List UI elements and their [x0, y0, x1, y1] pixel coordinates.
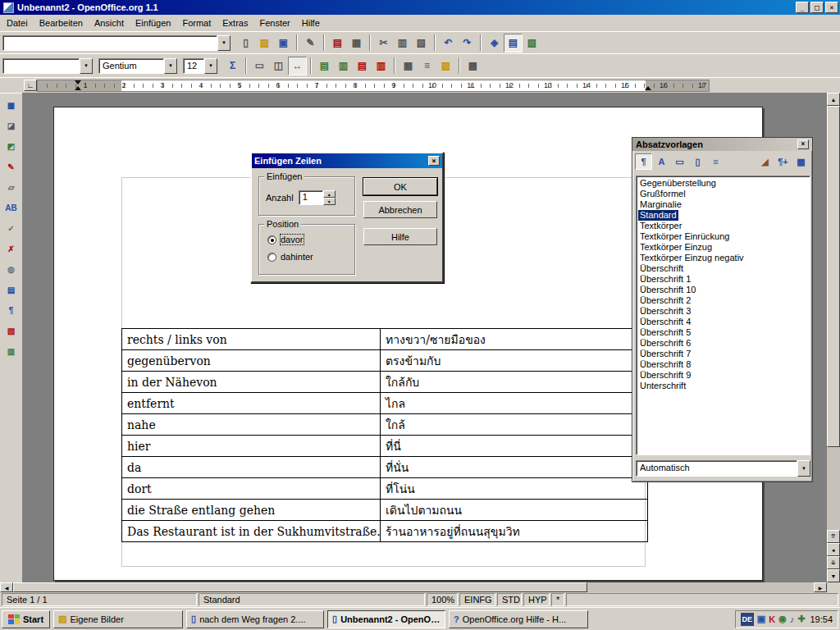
style-filter-combobox[interactable]: Automatisch ▼	[636, 460, 810, 477]
character-styles-icon[interactable]: A	[653, 153, 670, 170]
table-cell-german[interactable]: nahe	[122, 414, 381, 436]
new-style-icon[interactable]: ¶+	[774, 153, 792, 170]
table-cell-thai[interactable]: เดินไปตามถนน	[381, 500, 648, 521]
help-button[interactable]: Hilfe	[363, 228, 437, 245]
menu-bearbeiten[interactable]: Bearbeiten	[34, 16, 89, 30]
scroll-left-icon[interactable]: ◀	[0, 582, 13, 592]
export-pdf-icon[interactable]: ▤	[328, 34, 347, 52]
table-cell-german[interactable]: dort	[122, 478, 381, 500]
tray-scheduler-icon[interactable]: ✚	[797, 614, 805, 624]
left-indent-marker[interactable]	[75, 86, 81, 90]
gallery-icon[interactable]: ▧	[523, 34, 541, 52]
paste-icon[interactable]: ▧	[412, 34, 431, 52]
start-button[interactable]: Start	[2, 610, 50, 628]
style-item[interactable]: Überschrift 1	[638, 274, 692, 285]
ok-button[interactable]: OK	[363, 178, 437, 195]
stylist-window[interactable]: Absatzvorlagen × ¶A▭▯≡◢¶+▦ Gegenüberstel…	[632, 137, 813, 482]
radio-before[interactable]: davor	[267, 235, 304, 244]
minimize-button[interactable]: _	[796, 2, 809, 13]
table-cell-thai[interactable]: ตรงข้ามกับ	[381, 350, 648, 372]
menu-ansicht[interactable]: Ansicht	[89, 16, 130, 30]
style-item[interactable]: Textkörper Einzug negativ	[638, 253, 746, 263]
undo-icon[interactable]: ↶	[439, 34, 458, 52]
spin-up-icon[interactable]: ▲	[323, 190, 336, 198]
style-item[interactable]: Marginalie	[638, 199, 683, 210]
table-properties-icon[interactable]: ▩	[463, 57, 482, 75]
close-button[interactable]: ×	[825, 2, 838, 13]
edit-file-icon[interactable]: ✎	[301, 34, 320, 52]
style-item[interactable]: Standard	[638, 210, 678, 221]
menu-format[interactable]: Format	[176, 16, 217, 30]
style-item[interactable]: Überschrift 10	[638, 285, 697, 295]
horizontal-scroll-thumb[interactable]	[13, 582, 587, 592]
first-line-indent-marker[interactable]	[75, 80, 81, 84]
split-cells-icon[interactable]: ◫	[269, 57, 288, 75]
table-cell-german[interactable]: rechts / links von	[122, 329, 381, 350]
cut-icon[interactable]: ✂	[374, 34, 393, 52]
titlebar[interactable]: Unbenannt2 - OpenOffice.org 1.1 _ □ ×	[0, 0, 840, 15]
url-combobox[interactable]: ▼	[2, 35, 231, 51]
table-cell-thai[interactable]: ที่นั่น	[381, 457, 648, 478]
dialog-close-icon[interactable]: ×	[428, 156, 440, 166]
taskbar-task[interactable]: ▯Unbenannt2 - OpenOf...	[327, 610, 445, 628]
fill-format-icon[interactable]: ◢	[756, 153, 774, 170]
style-filter-field[interactable]: Automatisch	[636, 460, 797, 477]
style-item[interactable]: Textkörper Einrückung	[638, 231, 731, 242]
taskbar-task[interactable]: ▯nach dem Weg fragen 2....	[186, 610, 324, 628]
delete-row-icon[interactable]: ▤	[353, 57, 372, 75]
nonprinting-characters-icon[interactable]: ¶	[2, 301, 21, 319]
scroll-right-icon[interactable]: ▶	[814, 582, 827, 592]
menu-hilfe[interactable]: Hilfe	[296, 16, 326, 30]
font-name-field[interactable]: Gentium	[98, 58, 164, 74]
language-indicator[interactable]: DE	[741, 613, 754, 626]
tray-antivirus-icon[interactable]: K	[769, 614, 775, 624]
style-item[interactable]: Überschrift 9	[638, 370, 692, 381]
dropdown-arrow-icon[interactable]: ▼	[80, 58, 93, 74]
scroll-down-icon[interactable]: ▼	[827, 569, 840, 582]
copy-icon[interactable]: ▥	[393, 34, 412, 52]
line-style-icon[interactable]: ≡	[418, 57, 436, 75]
amount-spinner[interactable]: 1 ▲ ▼	[299, 190, 336, 205]
table-cell-thai[interactable]: ใกล้	[381, 414, 648, 436]
paragraph-style-field[interactable]	[2, 58, 80, 74]
font-name-combobox[interactable]: Gentium ▼	[98, 58, 177, 74]
maximize-button[interactable]: □	[810, 2, 824, 13]
dropdown-arrow-icon[interactable]: ▼	[204, 58, 217, 74]
paragraph-styles-icon[interactable]: ¶	[635, 153, 652, 170]
table-cell-thai[interactable]: ใกล้กับ	[381, 372, 648, 393]
online-layout-icon[interactable]: ▥	[2, 342, 21, 360]
table-cell-german[interactable]: da	[122, 457, 381, 478]
table-cell-german[interactable]: in der Nähevon	[122, 372, 381, 393]
status-selection-mode[interactable]: STD	[497, 593, 522, 606]
delete-column-icon[interactable]: ▥	[372, 57, 390, 75]
horizontal-ruler[interactable]: ∟ 1234567891011121314151617	[0, 77, 840, 93]
insert-rows-dialog[interactable]: Einfügen Zeilen × Einfügen Anzahl 1 ▲ ▼	[250, 152, 444, 283]
insert-row-icon[interactable]: ▤	[315, 57, 334, 75]
table-cell-german[interactable]: entfernt	[122, 393, 381, 414]
draw-functions-icon[interactable]: ✎	[2, 158, 21, 176]
page-styles-icon[interactable]: ▯	[689, 153, 706, 170]
menu-datei[interactable]: Datei	[1, 16, 34, 30]
autotext-icon[interactable]: AB	[2, 199, 21, 217]
insert-fields-icon[interactable]: ◪	[2, 116, 21, 135]
new-document-icon[interactable]: ▯	[236, 34, 255, 52]
status-zoom[interactable]: 100%	[427, 593, 458, 606]
taskbar-task[interactable]: ▨Eigene Bilder	[53, 610, 183, 628]
next-page-icon[interactable]: ⇊	[827, 556, 840, 569]
dropdown-arrow-icon[interactable]: ▼	[164, 58, 177, 74]
style-list[interactable]: GegenüberstellungGrußformelMarginalieSta…	[636, 176, 810, 455]
menu-fenster[interactable]: Fenster	[253, 16, 295, 30]
dropdown-arrow-icon[interactable]: ▼	[797, 460, 810, 477]
auto-spellcheck-icon[interactable]: ✗	[2, 240, 21, 258]
table-cell-german[interactable]: hier	[122, 436, 381, 457]
insert-icon[interactable]: ▦	[2, 96, 21, 114]
table-cell-thai[interactable]: ทางขวา/ซายมือของ	[381, 329, 648, 350]
document-table[interactable]: rechts / links vonทางขวา/ซายมือของgegenü…	[121, 328, 648, 542]
vertical-scrollbar[interactable]: ▲ ⇈ ● ⇊ ▼	[827, 93, 840, 582]
style-item[interactable]: Grußformel	[638, 189, 687, 199]
navigator-icon[interactable]: ◈	[485, 34, 504, 52]
print-icon[interactable]: ▦	[347, 34, 366, 52]
scroll-up-icon[interactable]: ▲	[827, 93, 840, 106]
numbering-styles-icon[interactable]: ≡	[707, 153, 724, 170]
dialog-titlebar[interactable]: Einfügen Zeilen ×	[252, 153, 442, 168]
